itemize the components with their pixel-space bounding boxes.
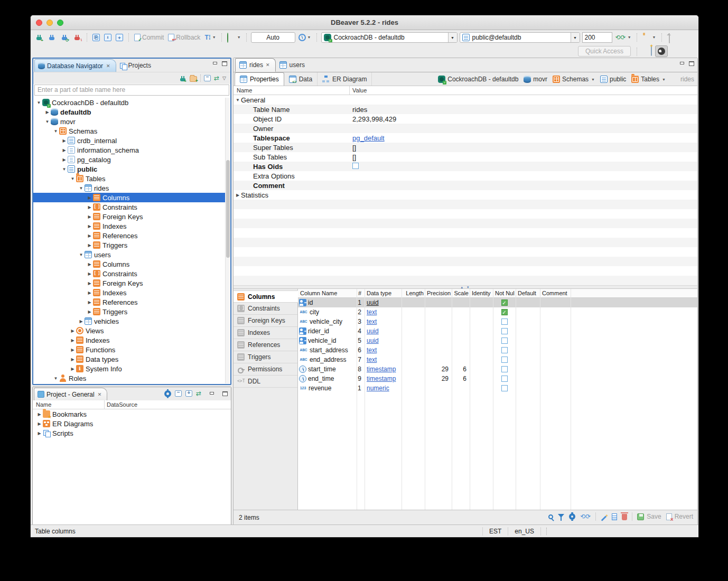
grid-column-header[interactable]: Data type bbox=[367, 290, 400, 296]
side-tab-ddl[interactable]: DDL bbox=[234, 376, 297, 388]
tree-item[interactable]: ▶Indexes bbox=[33, 335, 225, 345]
expand-icon[interactable]: ▶ bbox=[86, 271, 93, 276]
tree-item[interactable]: ▼movr bbox=[33, 117, 225, 126]
reconnect-button[interactable]: ⟳ bbox=[59, 32, 70, 43]
tree-item[interactable]: ▶Views bbox=[33, 326, 225, 335]
table-row[interactable]: city2text bbox=[298, 307, 697, 317]
collapse-all-icon[interactable] bbox=[204, 75, 211, 81]
checkbox-icon[interactable] bbox=[501, 328, 508, 334]
property-row[interactable]: Has Oids bbox=[234, 162, 697, 171]
tab-database-navigator[interactable]: Database Navigator✕ bbox=[34, 59, 116, 72]
minimize-view-button[interactable] bbox=[209, 391, 214, 396]
subtab-properties[interactable]: Properties bbox=[235, 72, 284, 86]
expand-icon[interactable]: ▶ bbox=[86, 262, 93, 267]
not-null-cell[interactable] bbox=[493, 355, 516, 364]
expand-icon[interactable]: ▶ bbox=[235, 193, 241, 198]
expand-icon[interactable]: ▶ bbox=[36, 412, 43, 417]
list-item[interactable]: ▶ER Diagrams bbox=[33, 419, 231, 428]
checkbox-icon[interactable] bbox=[501, 318, 508, 325]
breadcrumb-item[interactable]: movr bbox=[524, 76, 547, 83]
settings-icon[interactable] bbox=[569, 513, 575, 520]
collapse-icon[interactable]: ▼ bbox=[235, 98, 241, 102]
tree-item[interactable]: ▶defaultdb bbox=[33, 107, 225, 117]
chevron-down-icon[interactable]: ▼ bbox=[662, 78, 666, 81]
new-sql-editor-button[interactable]: ⎘ bbox=[91, 32, 101, 43]
collapse-icon[interactable]: ▼ bbox=[78, 186, 85, 191]
subtab-er-diagram[interactable]: ER Diagram bbox=[318, 72, 372, 86]
grid-column-header[interactable]: Comment bbox=[542, 290, 570, 296]
side-tab-constraints[interactable]: Constraints bbox=[234, 303, 297, 315]
checkbox-icon[interactable] bbox=[501, 376, 508, 382]
property-row[interactable]: ▼General bbox=[234, 95, 697, 105]
property-row[interactable]: Owner bbox=[234, 124, 697, 133]
column-name-cell[interactable]: start_address bbox=[299, 345, 357, 355]
breadcrumb-item[interactable]: rides bbox=[671, 76, 694, 83]
dbeaver-perspective-button[interactable] bbox=[655, 45, 668, 57]
tree-item[interactable]: ▼users bbox=[33, 250, 225, 259]
expand-icon[interactable]: ▶ bbox=[86, 300, 93, 305]
debug-button[interactable]: ▼ bbox=[226, 32, 242, 43]
side-tab-foreign-keys[interactable]: Foreign Keys bbox=[234, 315, 297, 327]
revert-button[interactable]: Revert bbox=[675, 513, 693, 520]
data-type-link[interactable]: uuid bbox=[367, 326, 379, 336]
grid-cell[interactable]: 3 bbox=[358, 317, 361, 326]
breadcrumb-item[interactable]: Tables▼ bbox=[631, 76, 666, 83]
collapse-icon[interactable]: ▼ bbox=[44, 119, 51, 124]
tree-item[interactable]: ▶Constraints bbox=[33, 202, 225, 212]
minimize-editor-button[interactable] bbox=[679, 61, 685, 66]
navigator-scrollbar[interactable] bbox=[225, 98, 230, 383]
table-row[interactable]: vehicle_city3text bbox=[298, 317, 697, 326]
data-type-cell[interactable]: uuid bbox=[367, 298, 399, 307]
not-null-cell[interactable] bbox=[493, 298, 516, 307]
property-row[interactable]: Tablespacepg_default bbox=[234, 133, 697, 143]
expand-icon[interactable]: ▶ bbox=[86, 205, 93, 210]
not-null-cell[interactable] bbox=[493, 374, 516, 383]
list-item[interactable]: ▶Bookmarks bbox=[33, 409, 231, 419]
tree-item[interactable]: ▶Data types bbox=[33, 354, 225, 364]
delete-icon[interactable] bbox=[622, 514, 627, 520]
breadcrumb-item[interactable]: public bbox=[600, 76, 626, 83]
column-name-cell[interactable]: end_time bbox=[299, 374, 357, 383]
data-type-cell[interactable]: timestamp bbox=[367, 374, 399, 383]
maximize-view-button[interactable] bbox=[222, 61, 227, 66]
property-row[interactable]: Extra Options bbox=[234, 171, 697, 181]
collapse-icon[interactable]: ▼ bbox=[69, 176, 76, 181]
table-row[interactable]: id1uuid bbox=[298, 298, 697, 307]
expand-icon[interactable]: ▶ bbox=[69, 357, 76, 362]
expand-icon[interactable]: ▶ bbox=[44, 110, 51, 115]
column-name-cell[interactable]: vehicle_city bbox=[299, 317, 357, 326]
commit-mode-combo[interactable]: Auto bbox=[251, 32, 295, 43]
back-button[interactable] bbox=[666, 32, 677, 43]
expand-icon[interactable]: ▶ bbox=[69, 367, 76, 371]
tree-item[interactable]: ▶Constraints bbox=[33, 269, 225, 278]
collapse-icon[interactable]: ▼ bbox=[61, 167, 68, 172]
tree-item[interactable]: ▶Columns bbox=[33, 259, 225, 269]
save-icon[interactable] bbox=[637, 513, 644, 520]
grid-column-header[interactable]: Length bbox=[404, 290, 424, 296]
tree-item[interactable]: ▶Indexes bbox=[33, 221, 225, 231]
not-null-cell[interactable] bbox=[493, 336, 516, 345]
expand-icon[interactable]: ▶ bbox=[36, 431, 43, 436]
data-type-link[interactable]: numeric bbox=[367, 383, 389, 393]
connect-button[interactable] bbox=[46, 32, 57, 43]
tree-item[interactable]: ▼Roles bbox=[33, 373, 225, 383]
open-perspective-button[interactable] bbox=[651, 46, 652, 56]
table-row[interactable]: vehicle_id5uuid bbox=[298, 336, 697, 345]
data-type-link[interactable]: text bbox=[367, 307, 377, 317]
checkbox-icon[interactable] bbox=[352, 163, 359, 169]
grid-cell[interactable]: 2 bbox=[358, 307, 361, 317]
editor-tab-users[interactable]: users bbox=[276, 58, 310, 72]
tab-projects[interactable]: Projects bbox=[116, 59, 156, 72]
tree-item[interactable]: ▼Schemas bbox=[33, 126, 225, 136]
filter-icon[interactable] bbox=[558, 514, 564, 521]
tree-item[interactable]: ▶Columns bbox=[33, 193, 225, 202]
close-tab-icon[interactable]: ✕ bbox=[266, 62, 270, 68]
checkbox-checked-icon[interactable] bbox=[501, 309, 508, 315]
maximize-editor-button[interactable] bbox=[689, 61, 694, 66]
grid-column-header[interactable]: Not Null bbox=[495, 290, 515, 296]
table-row[interactable]: revenue10numeric bbox=[298, 383, 697, 393]
property-row[interactable]: Comment bbox=[234, 181, 697, 190]
grid-cell[interactable]: 10 bbox=[358, 383, 361, 393]
data-type-link[interactable]: timestamp bbox=[367, 374, 396, 383]
grid-cell[interactable]: 6 bbox=[453, 374, 466, 383]
